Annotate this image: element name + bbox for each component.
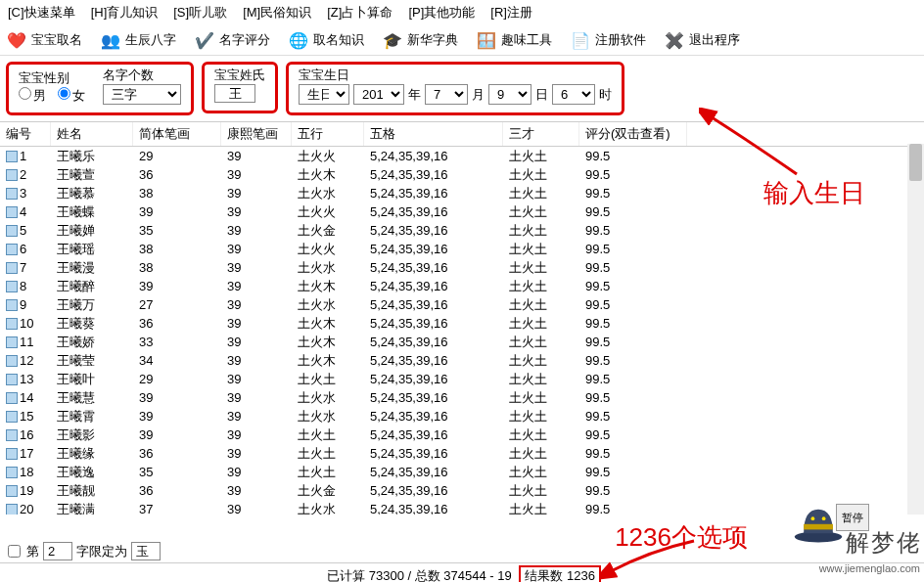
tool-0[interactable]: ❤️宝宝取名 <box>6 29 82 51</box>
menu-item[interactable]: [C]快速菜单 <box>8 4 75 22</box>
male-radio[interactable]: 男 <box>19 87 46 105</box>
col-header[interactable]: 评分(双击查看) <box>579 122 687 146</box>
menu-item[interactable]: [R]注册 <box>490 4 532 22</box>
count-select[interactable]: 三字 <box>103 84 181 105</box>
cell: 5,24,35,39,16 <box>364 186 503 201</box>
table-row[interactable]: 16王曦影3939土火土5,24,35,39,16土火土99.5 <box>0 425 924 444</box>
cell: 4 <box>0 204 51 219</box>
limit-char-input[interactable] <box>131 542 161 560</box>
table-row[interactable]: 4王曦蝶3939土火火5,24,35,39,16土火土99.5 <box>0 202 924 221</box>
scroll-thumb[interactable] <box>909 144 922 181</box>
table-row[interactable]: 19王曦靓3639土火金5,24,35,39,16土火土99.5 <box>0 481 924 500</box>
table-row[interactable]: 3王曦慕3839土火水5,24,35,39,16土火土99.5 <box>0 184 924 202</box>
cell: 39 <box>221 446 292 461</box>
day-select[interactable]: 9 <box>488 84 531 105</box>
cell: 39 <box>221 223 292 238</box>
surname-input[interactable] <box>214 84 255 103</box>
cell: 土火土 <box>503 445 579 463</box>
col-header[interactable]: 康熙笔画 <box>221 122 292 146</box>
menu-item[interactable]: [M]民俗知识 <box>243 4 311 22</box>
col-header[interactable]: 五格 <box>364 122 503 146</box>
cell: 土火土 <box>503 352 579 370</box>
menu-item[interactable]: [Z]占卜算命 <box>327 4 393 22</box>
col-header[interactable]: 简体笔画 <box>133 122 221 146</box>
table-body[interactable]: 1王曦乐2939土火火5,24,35,39,16土火土99.52王曦萱3639土… <box>0 147 924 515</box>
cell: 土火土 <box>503 166 579 184</box>
table-row[interactable]: 5王曦婵3539土火金5,24,35,39,16土火土99.5 <box>0 221 924 240</box>
table-row[interactable]: 9王曦万2739土火水5,24,35,39,16土火土99.5 <box>0 295 924 314</box>
table-row[interactable]: 20王曦满3739土火水5,24,35,39,16土火土99.5 <box>0 500 924 515</box>
cell: 王曦蝶 <box>51 203 133 221</box>
table-row[interactable]: 11王曦娇3339土火木5,24,35,39,16土火土99.5 <box>0 333 924 351</box>
watermark-text: 解梦佬 <box>846 527 922 559</box>
row-icon <box>6 485 18 497</box>
month-select[interactable]: 7 <box>425 84 468 105</box>
cell: 3 <box>0 186 51 201</box>
birth-type-select[interactable]: 生日 <box>299 84 349 105</box>
limit-checkbox[interactable] <box>8 545 21 558</box>
cell: 10 <box>0 316 51 331</box>
row-icon <box>6 188 18 200</box>
cell: 35 <box>133 223 221 238</box>
col-header[interactable]: 五行 <box>292 122 364 146</box>
hour-select[interactable]: 6 <box>552 84 595 105</box>
tool-5[interactable]: 🪟趣味工具 <box>476 29 552 51</box>
table-row[interactable]: 2王曦萱3639土火木5,24,35,39,16土火土99.5 <box>0 165 924 184</box>
cell: 39 <box>221 465 292 479</box>
scrollbar[interactable] <box>907 144 924 515</box>
row-icon <box>6 225 18 237</box>
table-row[interactable]: 18王曦逸3539土火土5,24,35,39,16土火土99.5 <box>0 463 924 481</box>
cell: 5,24,35,39,16 <box>364 409 503 424</box>
cell: 39 <box>221 372 292 386</box>
cell: 土火土 <box>503 334 579 351</box>
tool-3[interactable]: 🌐取名知识 <box>288 29 364 51</box>
table-row[interactable]: 6王曦瑶3839土火火5,24,35,39,16土火土99.5 <box>0 240 924 258</box>
cell: 5,24,35,39,16 <box>364 446 503 461</box>
cell: 39 <box>221 502 292 515</box>
female-radio[interactable]: 女 <box>58 87 85 105</box>
table-row[interactable]: 7王曦漫3839土火水5,24,35,39,16土火土99.5 <box>0 258 924 277</box>
cell: 土火土 <box>503 278 579 295</box>
tool-7[interactable]: ✖️退出程序 <box>664 29 740 51</box>
cell: 土火土 <box>503 241 579 258</box>
cell: 19 <box>0 483 51 498</box>
col-header[interactable]: 三才 <box>503 122 579 146</box>
cell: 35 <box>133 465 221 479</box>
table-row[interactable]: 10王曦葵3639土火木5,24,35,39,16土火土99.5 <box>0 314 924 333</box>
table-row[interactable]: 1王曦乐2939土火火5,24,35,39,16土火土99.5 <box>0 147 924 165</box>
col-header[interactable]: 姓名 <box>51 122 133 146</box>
cell: 39 <box>221 390 292 405</box>
tool-1[interactable]: 👥生辰八字 <box>100 29 176 51</box>
tool-2[interactable]: ✔️名字评分 <box>194 29 270 51</box>
cell: 36 <box>133 483 221 498</box>
table-row[interactable]: 8王曦醉3939土火木5,24,35,39,16土火土99.5 <box>0 277 924 295</box>
row-icon <box>6 467 18 478</box>
cell: 17 <box>0 446 51 461</box>
tool-6[interactable]: 📄注册软件 <box>570 29 646 51</box>
cell: 13 <box>0 372 51 386</box>
table-row[interactable]: 13王曦叶2939土火土5,24,35,39,16土火土99.5 <box>0 370 924 388</box>
cell: 土火土 <box>503 185 579 202</box>
table-row[interactable]: 15王曦霄3939土火水5,24,35,39,16土火土99.5 <box>0 407 924 425</box>
surname-group: 宝宝姓氏 <box>202 62 278 113</box>
tool-4[interactable]: 🎓新华字典 <box>382 29 458 51</box>
table-row[interactable]: 17王曦缘3639土火土5,24,35,39,16土火土99.5 <box>0 444 924 463</box>
cell: 39 <box>221 409 292 424</box>
tool-label: 注册软件 <box>595 31 646 49</box>
cell: 99.5 <box>579 316 687 331</box>
cell: 99.5 <box>579 242 687 256</box>
cell: 36 <box>133 316 221 331</box>
col-header[interactable]: 编号 <box>0 122 51 146</box>
tool-icon: 🌐 <box>288 29 309 51</box>
table-row[interactable]: 14王曦慧3939土火水5,24,35,39,16土火土99.5 <box>0 388 924 407</box>
menu-item[interactable]: [H]育儿知识 <box>91 4 159 22</box>
limit-pos-input[interactable] <box>43 542 72 560</box>
cell: 39 <box>221 167 292 182</box>
year-select[interactable]: 201 <box>353 84 404 105</box>
cell: 土火火 <box>292 241 364 258</box>
cell: 王曦靓 <box>51 482 133 500</box>
menu-item[interactable]: [P]其他功能 <box>408 4 475 22</box>
table-row[interactable]: 12王曦莹3439土火木5,24,35,39,16土火土99.5 <box>0 351 924 370</box>
toolbar: ❤️宝宝取名👥生辰八字✔️名字评分🌐取名知识🎓新华字典🪟趣味工具📄注册软件✖️退… <box>0 25 924 56</box>
menu-item[interactable]: [S]听儿歌 <box>173 4 227 22</box>
